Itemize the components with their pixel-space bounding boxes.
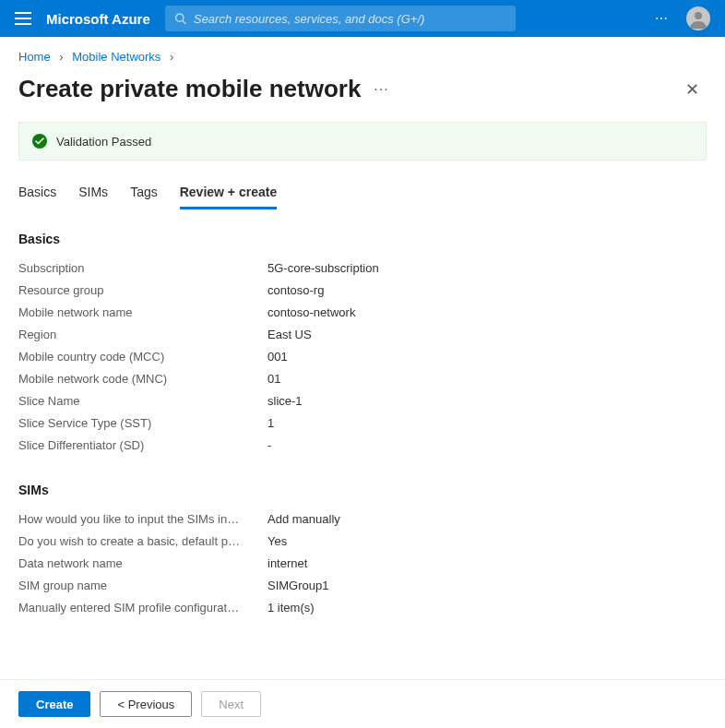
kv-row: Subscription5G-core-subscription (18, 257, 707, 280)
section-sims: SIMs How would you like to input the SIM… (18, 483, 707, 619)
kv-value: East US (267, 324, 312, 346)
kv-row: Mobile country code (MCC)001 (18, 346, 707, 368)
kv-value: 5G-core-subscription (267, 257, 379, 280)
kv-key: Mobile network code (MNC) (18, 368, 267, 390)
kv-key: Slice Service Type (SST) (18, 412, 267, 435)
kv-value: 1 (267, 412, 274, 435)
kv-key: Slice Name (18, 390, 267, 412)
kv-key: Manually entered SIM profile configurat… (18, 597, 267, 619)
topbar-more-icon[interactable]: ⋯ (655, 11, 670, 26)
kv-key: Subscription (18, 257, 267, 280)
close-icon[interactable]: ✕ (678, 76, 707, 103)
kv-key: Data network name (18, 553, 267, 575)
search-icon (174, 12, 186, 25)
validation-banner: Validation Passed (18, 122, 707, 161)
kv-row: Do you wish to create a basic, default p… (18, 531, 707, 553)
footer: Create < Previous Next (0, 679, 725, 728)
kv-row: Mobile network code (MNC)01 (18, 368, 707, 390)
kv-value: internet (267, 553, 307, 575)
kv-key: SIM group name (18, 575, 267, 597)
kv-key: Region (18, 324, 267, 346)
kv-value: 1 item(s) (267, 597, 315, 619)
tab-basics[interactable]: Basics (18, 177, 56, 209)
tab-sims[interactable]: SIMs (78, 177, 108, 209)
brand: Microsoft Azure (46, 11, 150, 27)
tab-tags[interactable]: Tags (130, 177, 158, 209)
kv-value: 001 (267, 346, 288, 368)
kv-row: Slice Service Type (SST)1 (18, 412, 707, 435)
kv-row: Manually entered SIM profile configurat…… (18, 597, 707, 619)
tabs: Basics SIMs Tags Review + create (0, 177, 725, 209)
kv-key: How would you like to input the SIMs in… (18, 508, 267, 531)
kv-row: Data network nameinternet (18, 553, 707, 575)
breadcrumb-mobile-networks[interactable]: Mobile Networks (72, 50, 160, 64)
kv-row: RegionEast US (18, 324, 707, 346)
kv-value: contoso-rg (267, 280, 324, 302)
kv-row: Slice Nameslice-1 (18, 390, 707, 412)
kv-value: Add manually (267, 508, 340, 531)
page-title: Create private mobile network (18, 75, 361, 103)
svg-point-2 (695, 12, 702, 19)
check-icon (32, 134, 47, 149)
title-bar: Create private mobile network ··· ✕ (0, 71, 725, 122)
kv-key: Mobile network name (18, 302, 267, 324)
avatar[interactable] (686, 6, 710, 30)
breadcrumb: Home › Mobile Networks › (0, 37, 725, 71)
kv-key: Resource group (18, 280, 267, 302)
kv-key: Do you wish to create a basic, default p… (18, 531, 267, 553)
kv-value: - (267, 435, 271, 457)
create-button[interactable]: Create (18, 691, 90, 717)
kv-value: contoso-network (267, 302, 355, 324)
kv-value: slice-1 (267, 390, 303, 412)
next-button: Next (201, 691, 261, 717)
previous-button[interactable]: < Previous (100, 691, 192, 717)
kv-value: Yes (267, 531, 287, 553)
chevron-right-icon: › (170, 50, 173, 64)
topbar: Microsoft Azure ⋯ (0, 0, 725, 37)
kv-row: Mobile network namecontoso-network (18, 302, 707, 324)
kv-value: SIMGroup1 (267, 575, 328, 597)
section-sims-title: SIMs (18, 483, 707, 497)
title-more-icon[interactable]: ··· (374, 81, 388, 98)
validation-text: Validation Passed (56, 135, 151, 149)
menu-icon[interactable] (15, 12, 31, 25)
search-box[interactable] (165, 6, 516, 31)
svg-line-1 (183, 20, 185, 23)
chevron-right-icon: › (59, 50, 63, 64)
kv-row: Resource groupcontoso-rg (18, 280, 707, 302)
section-basics: Basics Subscription5G-core-subscription … (18, 232, 707, 457)
kv-row: SIM group nameSIMGroup1 (18, 575, 707, 597)
search-input[interactable] (194, 12, 506, 26)
kv-key: Slice Differentiator (SD) (18, 435, 267, 457)
svg-point-0 (175, 14, 183, 21)
kv-row: Slice Differentiator (SD)- (18, 435, 707, 457)
kv-key: Mobile country code (MCC) (18, 346, 267, 368)
content: Basics Subscription5G-core-subscription … (0, 209, 725, 719)
kv-value: 01 (267, 368, 280, 390)
section-basics-title: Basics (18, 232, 707, 246)
tab-review-create[interactable]: Review + create (180, 177, 277, 209)
kv-row: How would you like to input the SIMs in…… (18, 508, 707, 531)
breadcrumb-home[interactable]: Home (18, 50, 51, 64)
